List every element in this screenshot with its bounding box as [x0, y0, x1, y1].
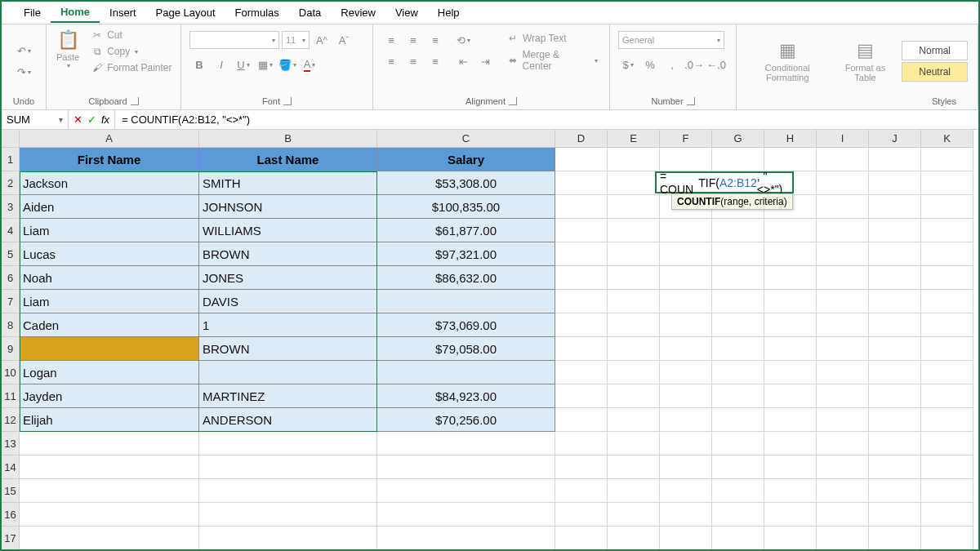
- cell[interactable]: [660, 219, 712, 242]
- orientation-icon[interactable]: ⟲▾: [453, 31, 473, 49]
- cell[interactable]: SMITH: [199, 171, 377, 195]
- cell[interactable]: [660, 479, 712, 503]
- cell[interactable]: [660, 432, 712, 455]
- cell[interactable]: [817, 148, 869, 171]
- enter-icon[interactable]: ✓: [87, 113, 96, 126]
- cell[interactable]: Noah: [20, 266, 199, 290]
- col-header-K[interactable]: K: [921, 130, 973, 148]
- cell[interactable]: [660, 384, 712, 408]
- cell[interactable]: [555, 290, 608, 313]
- cell[interactable]: [764, 455, 817, 479]
- font-dialog-launcher[interactable]: [283, 97, 292, 105]
- cell[interactable]: [712, 384, 764, 408]
- cell[interactable]: [199, 361, 377, 384]
- cell[interactable]: [764, 290, 817, 313]
- font-color-icon[interactable]: A▾: [300, 56, 319, 73]
- cell[interactable]: [377, 432, 555, 455]
- cell[interactable]: First Name: [20, 148, 199, 171]
- cell[interactable]: DAVIS: [199, 290, 377, 313]
- cell[interactable]: [377, 479, 555, 503]
- decrease-decimal-icon[interactable]: ←.0: [706, 56, 726, 73]
- cell[interactable]: [608, 242, 660, 266]
- cell[interactable]: [608, 384, 660, 408]
- cell[interactable]: [712, 313, 764, 337]
- menu-view[interactable]: View: [385, 3, 428, 22]
- cell[interactable]: [921, 361, 973, 384]
- cell[interactable]: [608, 408, 660, 432]
- row-header-4[interactable]: 4: [2, 219, 20, 242]
- menu-formulas[interactable]: Formulas: [225, 3, 289, 22]
- cell[interactable]: [869, 219, 921, 242]
- row-header-13[interactable]: 13: [2, 432, 20, 455]
- cell[interactable]: Salary: [377, 148, 555, 171]
- cell[interactable]: [764, 408, 817, 432]
- cell[interactable]: [660, 527, 712, 550]
- row-header-11[interactable]: 11: [2, 384, 20, 408]
- merge-center-button[interactable]: ⬌Merge & Center▾: [503, 47, 601, 73]
- row-header-17[interactable]: 17: [2, 527, 20, 550]
- col-header-E[interactable]: E: [608, 130, 660, 148]
- cell[interactable]: [660, 266, 712, 290]
- cell[interactable]: [660, 455, 712, 479]
- clipboard-dialog-launcher[interactable]: [131, 97, 139, 105]
- align-middle-icon[interactable]: ≡: [403, 31, 423, 49]
- menu-file[interactable]: File: [14, 3, 51, 22]
- cell[interactable]: $79,058.00: [377, 337, 555, 361]
- cell[interactable]: [660, 361, 712, 384]
- cell[interactable]: [608, 527, 660, 550]
- cell[interactable]: [712, 479, 764, 503]
- row-header-10[interactable]: 10: [2, 361, 20, 384]
- menu-home[interactable]: Home: [51, 2, 100, 23]
- decrease-font-icon[interactable]: Aˇ: [334, 31, 354, 49]
- col-header-C[interactable]: C: [377, 130, 555, 148]
- col-header-D[interactable]: D: [555, 130, 608, 148]
- cell[interactable]: [660, 148, 712, 171]
- cell[interactable]: [20, 527, 199, 550]
- cell[interactable]: $70,256.00: [377, 408, 555, 432]
- cell[interactable]: [608, 432, 660, 455]
- col-header-I[interactable]: I: [817, 130, 869, 148]
- increase-decimal-icon[interactable]: .0→: [684, 56, 704, 73]
- cell-style-normal[interactable]: Normal: [902, 41, 968, 60]
- cell[interactable]: [817, 242, 869, 266]
- cell[interactable]: [817, 219, 869, 242]
- cell[interactable]: $100,835.00: [377, 195, 555, 219]
- conditional-formatting-button[interactable]: ▦Conditional Formatting: [745, 38, 831, 84]
- cell[interactable]: [608, 219, 660, 242]
- menu-review[interactable]: Review: [331, 3, 385, 22]
- currency-icon[interactable]: $▾: [618, 56, 638, 73]
- row-header-12[interactable]: 12: [2, 408, 20, 432]
- formula-input[interactable]: = COUNTIF(A2:B12, "<>*"): [115, 113, 978, 126]
- increase-indent-icon[interactable]: ⇥: [475, 52, 495, 70]
- cell[interactable]: [817, 361, 869, 384]
- cell[interactable]: [869, 195, 921, 219]
- align-center-icon[interactable]: ≡: [403, 52, 423, 70]
- cell[interactable]: [20, 432, 199, 455]
- name-box[interactable]: SUM▾: [2, 110, 69, 129]
- cell[interactable]: [764, 503, 817, 527]
- cell[interactable]: [555, 503, 608, 527]
- cell[interactable]: $73,069.00: [377, 313, 555, 337]
- cell[interactable]: [555, 384, 608, 408]
- cell[interactable]: [817, 432, 869, 455]
- cell[interactable]: [660, 290, 712, 313]
- cell[interactable]: [712, 266, 764, 290]
- cell[interactable]: [608, 148, 660, 171]
- cell[interactable]: [377, 290, 555, 313]
- cell[interactable]: [199, 455, 377, 479]
- cell[interactable]: [921, 242, 973, 266]
- cell[interactable]: MARTINEZ: [199, 384, 377, 408]
- select-all-corner[interactable]: [2, 130, 20, 148]
- cell[interactable]: [869, 455, 921, 479]
- cell[interactable]: [20, 337, 199, 361]
- decrease-indent-icon[interactable]: ⇤: [453, 52, 473, 70]
- cell[interactable]: Logan: [20, 361, 199, 384]
- cell[interactable]: [712, 219, 764, 242]
- menu-data[interactable]: Data: [289, 3, 331, 22]
- cell[interactable]: [817, 313, 869, 337]
- format-painter-button[interactable]: 🖌Format Painter: [87, 60, 175, 75]
- cell[interactable]: [608, 479, 660, 503]
- cell[interactable]: $61,877.00: [377, 219, 555, 242]
- cell[interactable]: [764, 337, 817, 361]
- comma-icon[interactable]: ,: [662, 56, 682, 73]
